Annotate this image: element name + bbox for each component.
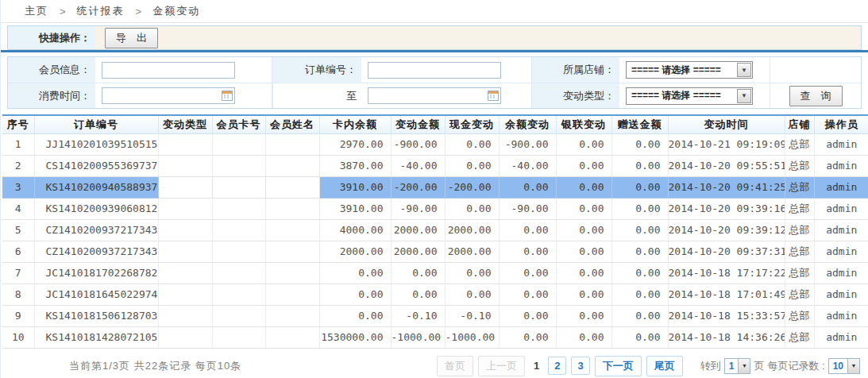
- cell: 总部: [785, 133, 814, 155]
- cell: [265, 262, 319, 284]
- store-label: 所属店铺：: [532, 57, 619, 83]
- cell: [212, 155, 265, 176]
- time-to-input[interactable]: [368, 87, 501, 104]
- cell: 0.00: [445, 133, 499, 155]
- table-row[interactable]: 1JJ14102010395105152970.00-900.000.00-90…: [2, 133, 868, 155]
- cell: admin: [814, 155, 868, 176]
- table-row[interactable]: 10KS14101814280721051530000.00-1000.00-1…: [2, 326, 868, 348]
- last-page-button[interactable]: 尾页: [646, 356, 683, 376]
- cell: CZ1410200937217343: [34, 241, 158, 262]
- calendar-icon[interactable]: [488, 91, 499, 101]
- cell: -40.00: [391, 155, 445, 176]
- cell: [212, 198, 265, 219]
- page-size-value: 10: [829, 359, 847, 373]
- breadcrumb-reports[interactable]: 统计报表: [77, 4, 125, 18]
- cell: 2000.00: [391, 241, 445, 262]
- cell: 1530000.00: [319, 326, 391, 348]
- page: 主页 > 统计报表 > 金额变动 快捷操作： 导 出 会员信息： 订单编号： 所…: [0, 0, 868, 378]
- chevron-down-icon[interactable]: ▼: [737, 89, 751, 103]
- cell: 0.00: [611, 155, 668, 176]
- cell: [265, 133, 319, 155]
- page-size-select[interactable]: 10 ▼: [828, 358, 860, 374]
- table-row[interactable]: 5CZ14102009372173434000.002000.002000.00…: [2, 219, 868, 241]
- member-info-input[interactable]: [102, 62, 235, 79]
- goto-page-value: 1: [725, 359, 739, 373]
- cell: 0.00: [611, 219, 668, 241]
- cell: -1000.00: [391, 326, 445, 348]
- cell: [265, 219, 319, 241]
- cell: [265, 326, 319, 348]
- table-row[interactable]: 4KS14102009390608123910.00-90.000.00-90.…: [2, 198, 868, 219]
- page-number-3[interactable]: 3: [571, 357, 589, 375]
- chevron-down-icon[interactable]: ▼: [738, 359, 750, 373]
- goto-page-select[interactable]: 1 ▼: [724, 358, 751, 374]
- cell: 7: [2, 262, 34, 284]
- column-header: 现金变动: [445, 115, 499, 133]
- order-no-input[interactable]: [368, 62, 501, 79]
- cell: [265, 305, 319, 326]
- cell: 0.00: [499, 219, 556, 241]
- cell: 2014-10-18 17:01:49: [668, 284, 785, 305]
- chevron-down-icon[interactable]: ▼: [737, 63, 751, 77]
- cell: [158, 176, 212, 198]
- table-row[interactable]: 3KS14102009405889373910.00-200.00-200.00…: [2, 176, 868, 198]
- column-header: 序号: [2, 115, 34, 133]
- cell: admin: [814, 219, 868, 241]
- cell: 2000.00: [445, 219, 499, 241]
- cell: 0.00: [499, 262, 556, 284]
- column-header: 变动类型: [158, 115, 212, 133]
- table-header-row: 序号订单编号变动类型会员卡号会员姓名卡内余额变动金额现金变动余额变动银联变动赠送…: [2, 115, 868, 133]
- cell: 2000.00: [391, 219, 445, 241]
- cell: KS1410181428072105: [34, 326, 158, 348]
- table-row[interactable]: 8JC14101816450229740.000.000.000.000.000…: [2, 284, 868, 305]
- cell: [212, 284, 265, 305]
- breadcrumb-home[interactable]: 主页: [25, 4, 48, 18]
- change-type-select[interactable]: ===== 请选择 ===== ▼: [626, 87, 753, 105]
- time-to-label: 至: [272, 83, 361, 108]
- cell: 0.00: [556, 241, 611, 262]
- first-page-button: 首页: [437, 356, 473, 376]
- page-number-2[interactable]: 2: [548, 357, 566, 375]
- chevron-down-icon[interactable]: ▼: [847, 359, 859, 373]
- cell: 0.00: [499, 284, 556, 305]
- cell: 10: [2, 326, 34, 348]
- cell: 5: [2, 219, 34, 241]
- pagination-bar: 当前第1/3页 共22条记录 每页10条 首页 上一页 1 2 3 下一页 尾页…: [1, 356, 868, 376]
- store-select[interactable]: ===== 请选择 ===== ▼: [626, 61, 753, 79]
- cell: [158, 241, 212, 262]
- records-table: 序号订单编号变动类型会员卡号会员姓名卡内余额变动金额现金变动余额变动银联变动赠送…: [2, 114, 868, 349]
- store-select-value: ===== 请选择 =====: [631, 64, 721, 77]
- cell: 2970.00: [319, 133, 391, 155]
- cell: [158, 262, 212, 284]
- table-row[interactable]: 9KS14101815061287030.00-0.10-0.100.000.0…: [2, 305, 868, 326]
- cell: 0.00: [556, 219, 611, 241]
- cell: 3910.00: [319, 176, 391, 198]
- column-header: 会员姓名: [265, 115, 319, 133]
- cell: -90.00: [391, 198, 445, 219]
- export-button[interactable]: 导 出: [105, 28, 158, 48]
- cell: -0.10: [391, 305, 445, 326]
- cell: 0.00: [556, 198, 611, 219]
- cell: JC1410181645022974: [34, 284, 158, 305]
- cell: -900.00: [499, 133, 556, 155]
- table-row[interactable]: 7JC14101817022687820.000.000.000.000.000…: [2, 262, 868, 284]
- cell: 0.00: [499, 241, 556, 262]
- page-number-current: 1: [530, 357, 543, 374]
- search-button[interactable]: 查 询: [789, 86, 843, 106]
- cell: 总部: [785, 262, 814, 284]
- cell: [212, 262, 265, 284]
- cell: [158, 219, 212, 241]
- cell: -900.00: [391, 133, 445, 155]
- table-row[interactable]: 6CZ14102009372173432000.002000.002000.00…: [2, 241, 868, 262]
- cell: 6: [2, 241, 34, 262]
- breadcrumb-current: 金额变动: [152, 4, 200, 18]
- cell: KS1410200939060812: [34, 198, 158, 219]
- calendar-icon[interactable]: [222, 91, 233, 101]
- time-from-input[interactable]: [102, 87, 235, 104]
- next-page-button[interactable]: 下一页: [595, 356, 642, 376]
- cell: 0.00: [556, 176, 611, 198]
- cell: 2: [2, 155, 34, 176]
- table-row[interactable]: 2CS14102009553697373870.00-40.000.00-40.…: [2, 155, 868, 176]
- cell: 2000.00: [319, 241, 391, 262]
- column-header: 变动金额: [391, 115, 445, 133]
